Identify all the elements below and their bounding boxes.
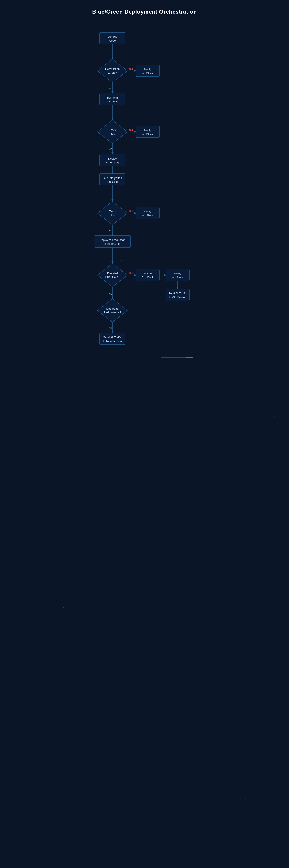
- deploy-staging-label2: to Staging: [106, 161, 119, 164]
- compile-code-label2: Code: [109, 39, 116, 42]
- no-label-2: NO: [109, 148, 113, 151]
- yes-label-2: YES: [128, 128, 133, 131]
- tests-fail-2-label2: Fail?: [109, 213, 116, 217]
- notify-slack-2-label2: on Slack: [142, 132, 153, 136]
- initiate-rollback-label2: Roll Back: [142, 276, 154, 279]
- compile-code-label: Compile: [107, 35, 118, 38]
- initiate-rollback-label1: Initiate: [143, 272, 152, 275]
- degraded-perf-node: [97, 299, 127, 322]
- send-traffic-new-label2: to New Version: [103, 340, 122, 343]
- compilation-errors-label1: Compilation: [105, 67, 120, 71]
- tests-fail-1-label1: Tests: [109, 128, 116, 131]
- notify-slack-3-label1: Notify: [144, 210, 151, 213]
- tests-fail-1-node: [97, 120, 127, 144]
- degraded-perf-label1: Degraded: [106, 307, 119, 310]
- notify-slack-2-label1: Notify: [144, 129, 151, 132]
- page-container: Blue/Green Deployment Orchestration Comp…: [88, 0, 201, 860]
- elevated-error-label1: Elevated: [107, 272, 118, 275]
- compilation-errors-label2: Errors?: [108, 71, 117, 74]
- no-label-4: NO: [109, 292, 113, 295]
- notify-slack-3-label2: on Slack: [142, 214, 153, 217]
- flowchart: Compile Code Compilation Errors? YES Not…: [88, 26, 201, 839]
- deploy-staging-label1: Deploy: [108, 157, 117, 160]
- run-unit-test-label2: Test Suite: [106, 100, 119, 103]
- notify-slack-1-label1: Notify: [144, 68, 151, 71]
- yes-label-1: YES: [128, 67, 133, 70]
- send-traffic-old-label1: Send All Traffic: [168, 292, 187, 295]
- elevated-error-node: [97, 264, 127, 287]
- notify-slack-1-label2: on Slack: [142, 71, 153, 75]
- compilation-errors-node: [97, 59, 127, 83]
- no-label-3: NO: [109, 229, 113, 232]
- tests-fail-1-label2: Fail?: [109, 132, 116, 135]
- degraded-perf-label2: Performance?: [104, 311, 121, 314]
- send-traffic-old-label2: to Old Version: [169, 296, 186, 299]
- run-integration-label1: Run Integration: [103, 176, 122, 180]
- send-traffic-new-label1: Send All Traffic: [103, 336, 122, 339]
- deploy-production-label1: Deploy to Production: [100, 238, 126, 242]
- elevated-error-label2: Error Rate?: [105, 275, 120, 279]
- notify-slack-4-label2: on Slack: [172, 276, 183, 279]
- no-label-5: NO: [109, 327, 113, 329]
- page-title: Blue/Green Deployment Orchestration: [88, 8, 201, 15]
- run-integration-label2: Test Suite: [106, 180, 119, 183]
- no-label-1: NO: [109, 87, 113, 90]
- yes-label-4: YES: [128, 272, 133, 274]
- run-unit-test-label1: Run Unit: [107, 96, 118, 99]
- deploy-production-label2: as Blue/Green: [103, 242, 121, 245]
- notify-slack-4-label1: Notify: [174, 272, 181, 275]
- yes-label-3: YES: [128, 210, 133, 212]
- tests-fail-2-node: [97, 201, 127, 225]
- tests-fail-2-label1: Tests: [109, 210, 116, 213]
